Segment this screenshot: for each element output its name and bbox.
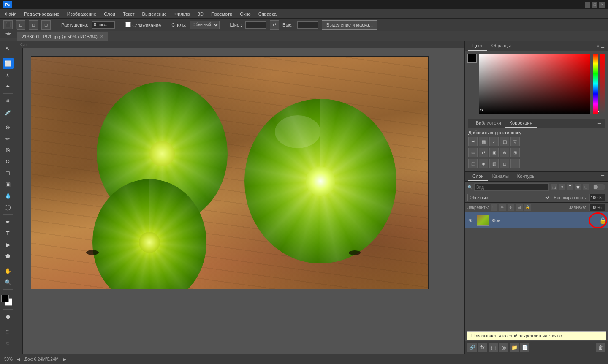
add-mask-btn[interactable]: ⬚ [489, 343, 498, 352]
minimize-button[interactable]: — [585, 2, 590, 8]
arrange-btn[interactable]: ⊞ [3, 337, 14, 348]
hue-slider[interactable] [593, 54, 598, 114]
tab-channels[interactable]: Каналы [488, 172, 513, 181]
panel-toggle[interactable]: ◀▶ [5, 31, 11, 35]
corr-photofilter[interactable]: ⊞ [510, 148, 520, 157]
corr-brightness[interactable]: ☀ [468, 137, 478, 146]
menu-text[interactable]: Текст [119, 11, 138, 17]
layers-search-input[interactable] [474, 183, 549, 191]
menu-help[interactable]: Справка [255, 11, 280, 17]
corr-invert[interactable]: ▧ [489, 159, 499, 168]
lock-all-btn[interactable]: 🔒 [524, 204, 531, 211]
eyedropper-tool[interactable]: 💉 [3, 107, 14, 118]
anti-alias-checkbox[interactable] [125, 22, 131, 27]
path-select-tool[interactable]: ▶ [3, 239, 14, 250]
corr-vibrance[interactable]: ▭ [468, 148, 478, 157]
text-tool[interactable]: T [3, 228, 14, 239]
tab-contours[interactable]: Контуры [513, 172, 540, 181]
menu-select[interactable]: Выделение [139, 11, 170, 17]
corr-bw[interactable]: ⊕ [500, 148, 509, 157]
link-layers-btn[interactable]: 🔗 [467, 343, 477, 352]
tool-preset-btn[interactable]: ⬛ [3, 20, 13, 30]
tool-preset-btn2[interactable]: ◻ [16, 20, 25, 30]
tool-preset-btn4[interactable]: ◻ [41, 20, 51, 30]
layer-visibility-toggle[interactable]: 👁 [467, 217, 474, 224]
feather-input[interactable] [92, 21, 115, 29]
corr-posterize[interactable]: ◻ [500, 159, 509, 168]
opacity-input[interactable] [589, 194, 605, 201]
width-input[interactable] [245, 21, 266, 29]
lock-position-btn[interactable]: ✛ [508, 204, 514, 211]
corr-curves[interactable]: ⊿ [489, 137, 499, 146]
mask-button[interactable]: Выделение и маска... [322, 20, 377, 30]
pen-tool[interactable]: ✒ [3, 216, 14, 227]
menu-view[interactable]: Просмотр [208, 11, 236, 17]
shape-tool[interactable]: ⬟ [3, 250, 14, 261]
tab-color[interactable]: Цвет [468, 41, 487, 51]
window-controls[interactable]: — □ ✕ [585, 2, 605, 8]
move-tool[interactable]: ↖ [3, 43, 14, 54]
swap-btn[interactable]: ⇄ [270, 20, 279, 30]
menu-filter[interactable]: Фильтр [171, 11, 193, 17]
screen-mode-btn[interactable]: ⬚ [3, 326, 14, 337]
style-select[interactable]: Обычный [190, 21, 220, 29]
zoom-tool[interactable]: 🔍 [3, 277, 14, 288]
menu-3d[interactable]: 3D [194, 11, 207, 17]
layer-item-background[interactable]: 👁 Фон 🔒 [465, 212, 608, 228]
lock-image-btn[interactable]: ✏ [499, 204, 506, 211]
status-arrow-right[interactable]: ▶ [63, 357, 66, 361]
filter-smart-icon[interactable]: ⊞ [583, 184, 589, 190]
color-gradient[interactable] [479, 54, 590, 114]
corr-gradientmap[interactable]: ▽ [510, 137, 520, 146]
blend-mode-select[interactable]: Обычные [467, 194, 551, 201]
canvas-image[interactable] [31, 57, 428, 289]
wand-tool[interactable]: ✦ [3, 81, 14, 92]
lock-artboard-btn[interactable]: ⊞ [516, 204, 523, 211]
crop-tool[interactable]: ⌗ [3, 95, 14, 106]
new-group-btn[interactable]: 📁 [510, 343, 519, 352]
marquee-tool[interactable]: ⬜ [3, 58, 14, 69]
filter-type-icon[interactable]: T [567, 184, 573, 190]
height-input[interactable] [297, 21, 318, 29]
clone-tool[interactable]: ⎘ [3, 144, 14, 155]
tab-samples[interactable]: Образцы [487, 41, 515, 51]
add-style-btn[interactable]: fx [478, 343, 487, 352]
menu-edit[interactable]: Редактирование [21, 11, 63, 17]
eraser-tool[interactable]: ◻ [3, 167, 14, 178]
menu-layers[interactable]: Слои [100, 11, 119, 17]
add-adjustment-btn[interactable]: ◎ [499, 343, 508, 352]
brush-tool[interactable]: ✏ [3, 133, 14, 144]
gradient-tool[interactable]: ▣ [3, 179, 14, 190]
corr-colorlookup[interactable]: ◈ [479, 159, 488, 168]
color-panel-collapse[interactable]: » [597, 44, 599, 48]
lasso-tool[interactable]: 𝓛 [3, 69, 14, 80]
correction-panel-menu[interactable]: ☰ [597, 121, 601, 126]
dodge-tool[interactable]: ◯ [3, 201, 14, 212]
corr-hsl[interactable]: ⇄ [479, 148, 488, 157]
delete-layer-btn[interactable]: 🗑 [596, 343, 605, 352]
tool-preset-btn3[interactable]: ◻ [29, 20, 38, 30]
tab-libraries[interactable]: Библиотеки [472, 119, 505, 128]
foreground-color[interactable] [1, 295, 9, 302]
fill-input[interactable] [589, 204, 605, 211]
corr-levels[interactable]: ▦ [479, 137, 488, 146]
healing-tool[interactable]: ⊕ [3, 122, 14, 133]
maximize-button[interactable]: □ [592, 2, 597, 8]
filter-adjustment-icon[interactable]: ⊕ [559, 184, 565, 190]
color-panel-menu[interactable]: ☰ [601, 44, 605, 49]
tab-correction[interactable]: Коррекция [505, 119, 537, 128]
corr-colorbalance[interactable]: ▣ [489, 148, 499, 157]
hand-tool[interactable]: ✋ [3, 265, 14, 276]
foreground-swatch[interactable] [467, 54, 477, 63]
menu-window[interactable]: Окно [236, 11, 254, 17]
corr-exposure[interactable]: ◫ [500, 137, 509, 146]
lock-pixels-btn[interactable]: ⬚ [491, 204, 497, 211]
document-tab[interactable]: 2133091_1920.jpg @ 50% (RGB/8#) ✕ [17, 32, 108, 41]
filter-toggle[interactable] [593, 184, 605, 190]
tab-layers[interactable]: Слои [468, 172, 488, 181]
history-brush[interactable]: ↺ [3, 156, 14, 167]
blur-tool[interactable]: 💧 [3, 190, 14, 201]
status-arrow-left[interactable]: ◀ [17, 357, 20, 361]
close-button[interactable]: ✕ [599, 2, 605, 8]
menu-file[interactable]: Файл [2, 11, 20, 17]
